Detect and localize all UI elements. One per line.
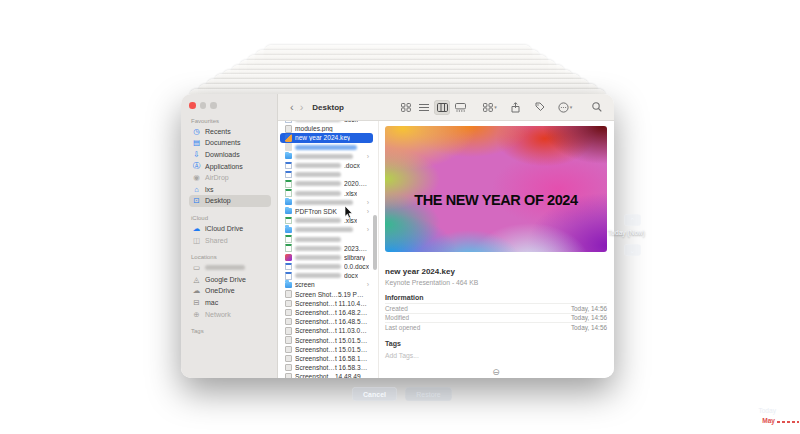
timeline-tick[interactable]	[790, 387, 800, 388]
file-row[interactable]: 2023.xlsx	[280, 244, 373, 253]
timeline-tick[interactable]	[790, 333, 800, 334]
timeline-tick[interactable]	[790, 126, 800, 127]
timeline-tick[interactable]	[790, 189, 800, 190]
timemachine-back-button[interactable]: ⌃	[624, 214, 641, 226]
file-row-screenshot-t-16-58-19-png[interactable]: Screenshot…t 16.58.19.png	[280, 354, 373, 363]
keynote-preview-thumbnail[interactable]: THE NEW YEAR OF 2024	[385, 126, 607, 252]
timeline-tick[interactable]	[790, 288, 800, 289]
timeline-tick[interactable]	[790, 117, 800, 118]
timeline-tick[interactable]	[790, 99, 800, 100]
sidebar-item-onedrive[interactable]: ☁OneDrive	[189, 285, 271, 297]
tag-icon[interactable]	[532, 100, 548, 115]
timeline-tick[interactable]	[790, 108, 800, 109]
timeline-tick[interactable]	[790, 243, 800, 244]
timeline-tick[interactable]	[790, 324, 800, 325]
timeline-tick[interactable]	[790, 297, 800, 298]
close-button[interactable]	[189, 102, 196, 109]
file-row-screenshot-t-15-01-58-png[interactable]: Screenshot…t 15.01.58.png	[280, 336, 373, 345]
restore-button[interactable]: Restore	[405, 387, 452, 401]
sidebar-item-recents[interactable]: ◷Recents	[189, 126, 271, 138]
file-row[interactable]: .xlsx	[280, 189, 373, 198]
timeline-tick[interactable]	[790, 261, 800, 262]
timeline-tick[interactable]	[790, 360, 800, 361]
list-view-button[interactable]	[416, 100, 432, 115]
file-row-screenshot-t-15-01-57-png[interactable]: Screenshot…t 15.01.57.png	[280, 345, 373, 354]
file-row-new-year-2024-key[interactable]: new year 2024.key	[280, 133, 373, 142]
group-menu-button[interactable]: ▾	[482, 100, 498, 115]
gallery-view-button[interactable]	[452, 100, 468, 115]
file-list-scrollbar[interactable]	[373, 215, 377, 270]
file-row-screenshot-14-48-49-png[interactable]: Screenshot…14.48.49.png	[280, 372, 373, 378]
sidebar-item-documents[interactable]: ▤Documents	[189, 137, 271, 149]
sidebar-item-icloud-drive[interactable]: ☁iCloud Drive	[189, 223, 271, 235]
file-row-screen-shot-5-19-pm-png[interactable]: Screen Shot…5.19 PM.png	[280, 290, 373, 299]
more-actions-button[interactable]: ▾	[557, 100, 573, 115]
timeline-tick[interactable]	[790, 369, 800, 370]
timeline-tick[interactable]	[790, 180, 800, 181]
sidebar-item-redacted[interactable]: ▭	[189, 262, 271, 274]
sidebar-item-applications[interactable]: ⒶApplications	[189, 160, 271, 172]
timeline-tick[interactable]	[790, 90, 800, 91]
timeline-tick[interactable]	[790, 396, 800, 397]
file-row-screenshot-t-11-10-46-png[interactable]: Screenshot…t 11.10.46.png	[280, 299, 373, 308]
timeline-tick[interactable]	[790, 171, 800, 172]
file-row[interactable]: docx	[280, 271, 373, 280]
timeline-tick[interactable]	[790, 135, 800, 136]
timemachine-forward-button[interactable]: ⌄	[624, 244, 641, 256]
file-row-screen[interactable]: screen›	[280, 280, 373, 289]
timeline-tick[interactable]	[790, 144, 800, 145]
show-more-button[interactable]: ⊖ More...	[385, 368, 607, 378]
sidebar-item-mac[interactable]: ⊟mac	[189, 297, 271, 309]
timeline-today-label[interactable]: Today	[758, 407, 776, 414]
timeline-tick[interactable]	[790, 153, 800, 154]
file-row[interactable]: ›	[280, 152, 373, 161]
search-icon[interactable]	[589, 100, 605, 115]
sidebar-item-desktop[interactable]: ⊡Desktop	[189, 195, 271, 207]
zoom-button[interactable]	[210, 102, 217, 109]
file-row-screenshot-t-11-03-02-png[interactable]: Screenshot…t 11.03.02.png	[280, 326, 373, 335]
column-view-button[interactable]	[434, 100, 450, 115]
file-row[interactable]: 2020.xlsx	[280, 179, 373, 188]
file-row[interactable]	[280, 143, 373, 152]
timeline-tick[interactable]	[790, 279, 800, 280]
share-icon[interactable]	[507, 100, 523, 115]
sidebar-item-shared[interactable]: ◫Shared	[189, 234, 271, 246]
add-tags-field[interactable]: Add Tags...	[385, 352, 607, 359]
file-row-screenshot-t-16-48-21-png[interactable]: Screenshot…t 16.48.21.png	[280, 308, 373, 317]
timeline-tick[interactable]	[790, 162, 800, 163]
back-icon[interactable]: ‹	[287, 102, 297, 113]
timeline-tick[interactable]	[790, 306, 800, 307]
sidebar-item-network[interactable]: ⊕Network	[189, 308, 271, 320]
timeline-tick[interactable]	[790, 270, 800, 271]
file-row[interactable]: ›	[280, 225, 373, 234]
sidebar-item-airdrop[interactable]: ◉AirDrop	[189, 172, 271, 184]
timeline-may-label[interactable]: May	[762, 417, 775, 424]
timeline-tick[interactable]	[790, 234, 800, 235]
timeline-tick[interactable]	[790, 225, 800, 226]
timeline-tick[interactable]	[790, 198, 800, 199]
file-row[interactable]: 0.0.docx	[280, 262, 373, 271]
file-row[interactable]: .docx	[280, 161, 373, 170]
timeline-tick[interactable]	[790, 351, 800, 352]
file-row-pdftron-sdk[interactable]: PDFTron SDK›	[280, 207, 373, 216]
file-row[interactable]: ›	[280, 198, 373, 207]
timeline-tick[interactable]	[790, 207, 800, 208]
minimize-button[interactable]	[200, 102, 207, 109]
cancel-button[interactable]: Cancel	[352, 387, 397, 401]
timeline-tick[interactable]	[790, 315, 800, 316]
icon-view-button[interactable]	[398, 100, 414, 115]
file-row[interactable]	[280, 170, 373, 179]
timeline-tick[interactable]	[790, 252, 800, 253]
file-row[interactable]	[280, 234, 373, 243]
sidebar-item-downloads[interactable]: ⇩Downloads	[189, 149, 271, 161]
forward-icon[interactable]: ›	[297, 102, 307, 113]
file-row[interactable]: .xlsx	[280, 216, 373, 225]
timeline-tick[interactable]	[790, 378, 800, 379]
file-row[interactable]: slibrary	[280, 253, 373, 262]
timeline-tick[interactable]	[790, 342, 800, 343]
timeline-tick[interactable]	[790, 216, 800, 217]
file-row-screenshot-t-16-48-53-png[interactable]: Screenshot…t 16.48.53.png	[280, 317, 373, 326]
file-row-screenshot-t-16-58-35-png[interactable]: Screenshot…t 16.58.35.png	[280, 363, 373, 372]
file-row-modules-png[interactable]: modules.png	[280, 124, 373, 133]
sidebar-item-lxs[interactable]: ⌂lxs	[189, 183, 271, 195]
